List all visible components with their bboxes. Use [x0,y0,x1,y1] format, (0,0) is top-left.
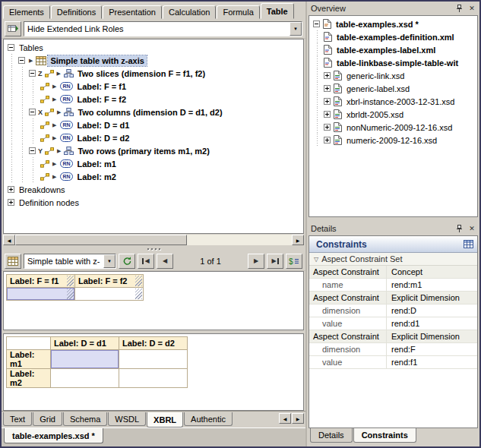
view-tab-schema[interactable]: Schema [63,412,107,426]
close-icon[interactable]: ✕ [467,224,477,234]
overview-label: table-examples.xsd * [334,19,421,30]
overview-item-linkbase[interactable]: table-linkbase-simple-table-wit [309,56,477,69]
close-icon[interactable]: ✕ [467,4,477,14]
col-header-d1[interactable]: Label: D = d1 [51,337,119,350]
view-tab-grid[interactable]: Grid [33,412,62,426]
document-tab-active[interactable]: table-examples.xsd * [4,428,103,443]
overview-item-numeric[interactable]: numeric-2009-12-16.xsd [309,134,477,147]
main-table-pane: Label: D = d1 Label: D = d2 Label: m1 La… [3,333,304,411]
refresh-button[interactable] [119,254,135,269]
tab-presentation[interactable]: Presentation [103,5,162,19]
tab-details[interactable]: Details [310,428,353,443]
overview-item-generic-label[interactable]: generic-label.xsd [309,82,477,95]
cell-m1-d1-selected[interactable] [51,350,119,369]
row-header-m2[interactable]: Label: m2 [7,369,51,388]
first-page-button[interactable]: ◀ [138,254,154,269]
axis-letter: Y [38,147,43,155]
overview-item-xbrldt[interactable]: xbrldt-2005.xsd [309,108,477,121]
chevron-down-icon[interactable]: ▼ [103,254,116,268]
cell-m2-d2[interactable] [119,369,188,388]
col-header-d2[interactable]: Label: D = d2 [119,337,188,350]
pin-icon[interactable] [454,4,464,14]
view-tab-authentic[interactable]: Authentic [184,412,233,426]
last-page-button[interactable]: ▶ [267,254,283,269]
expand-icon[interactable] [324,124,331,131]
tree-item-y-breakdown[interactable]: Y ▶ Two rows (primary items m1, m2) [4,144,303,157]
collapse-icon[interactable] [313,21,320,27]
cell-m2-d1[interactable] [51,369,119,388]
tab-definitions[interactable]: Definitions [51,5,102,19]
extended-link-roles-button[interactable] [5,21,21,36]
expand-icon[interactable] [324,85,331,92]
expand-icon[interactable] [324,111,331,118]
z-cell-f1-selected[interactable] [7,288,75,301]
tree-item-z-breakdown[interactable]: Z ▶ Two slices (dimension F = f1, f2) [4,67,303,80]
expand-icon[interactable] [324,98,331,105]
tree-horizontal-scrollbar[interactable]: ◀ ▶ [2,234,305,246]
expand-icon[interactable] [324,72,331,79]
show-constraints-button[interactable] [286,254,302,269]
overview-item-definition-xml[interactable]: table-examples-definition.xml [309,30,477,43]
expand-icon[interactable] [8,199,14,206]
expand-icon[interactable] [324,137,331,144]
constraint-value: Concept [387,266,477,278]
collapse-icon[interactable] [29,147,36,154]
expand-icon[interactable] [8,186,14,193]
table-view-button[interactable] [5,254,21,269]
row-header-m1[interactable]: Label: m1 [7,350,51,369]
pane-splitter[interactable] [2,246,305,251]
scrollbar-thumb[interactable] [15,235,187,245]
scroll-left-icon[interactable]: ◀ [3,235,15,245]
z-cell-f2[interactable] [75,288,144,301]
link-roles-dropdown[interactable]: Hide Extended Link Roles ▼ [24,21,302,36]
tab-scroll-left-icon[interactable]: ◀ [279,413,291,424]
z-header-f2[interactable]: Label: F = f2 [75,275,144,288]
tree-item-breakdowns[interactable]: Breakdowns [4,183,303,196]
tree-item-x-breakdown[interactable]: X ▶ Two columns (dimension D = d1, d2) [4,106,303,118]
z-header-f1[interactable]: Label: F = f1 [7,275,75,288]
scroll-right-icon[interactable]: ▶ [292,235,304,245]
collapse-icon[interactable] [8,44,14,51]
tab-constraints[interactable]: Constraints [353,428,416,443]
overview-item-xbrl-instance[interactable]: xbrl-instance-2003-12-31.xsd [309,95,477,108]
tab-elements[interactable]: Elements [3,5,50,19]
collapse-icon[interactable] [29,70,36,77]
arrow-icon: ▶ [52,161,56,167]
tree-item-x-label-d2[interactable]: ▶ RN Label: D = d2 [4,131,303,144]
view-tab-text[interactable]: Text [3,412,32,426]
tree-item-x-label-d1[interactable]: ▶ RN Label: D = d1 [4,118,303,131]
tree-item-z-label-f2[interactable]: ▶ RN Label: F = f2 [4,93,303,106]
constraint-row: Aspect Constraint Concept [309,266,477,279]
overview-item-generic-link[interactable]: generic-link.xsd [309,69,477,82]
hatch-pattern [135,276,142,286]
chevron-down-icon[interactable]: ▼ [290,22,302,36]
view-tab-xbrl[interactable]: XBRL [147,412,183,427]
table-select-dropdown[interactable]: Simple table with z- ▼ [24,254,116,269]
tab-scroll-right-icon[interactable]: ▶ [292,413,304,424]
scrollbar-track[interactable] [15,235,292,245]
tree-item-tables[interactable]: Tables [4,41,303,54]
previous-page-button[interactable]: ◀ [157,254,173,269]
tab-table[interactable]: Table [261,3,294,19]
aspect-constraint-set-group[interactable]: ▽ Aspect Constraint Set [309,253,477,266]
collapse-icon[interactable] [29,109,36,115]
overview-item-label-xml[interactable]: table-examples-label.xml [309,43,477,56]
tree-item-simple-table[interactable]: ▶ Simple table with z-axis [4,54,303,67]
overview-item-root[interactable]: table-examples.xsd * [309,17,477,30]
tab-formula[interactable]: Formula [217,5,259,19]
tree-item-z-label-f1[interactable]: ▶ RN Label: F = f1 [4,80,303,93]
tree-item-definition-nodes[interactable]: Definition nodes [4,196,303,209]
overview-item-nonnumeric[interactable]: nonNumeric-2009-12-16.xsd [309,121,477,134]
xsd-document-icon [334,84,342,93]
pin-icon[interactable] [454,224,464,234]
cell-m1-d2[interactable] [119,350,188,369]
view-tab-wsdl[interactable]: WSDL [108,412,146,426]
tree-item-y-label-m2[interactable]: ▶ RN Label: m2 [4,170,303,183]
axis-letter: X [38,109,43,116]
relationship-icon [40,134,49,142]
tree-item-y-label-m1[interactable]: ▶ RN Label: m1 [4,157,303,170]
next-page-button[interactable]: ▶ [248,254,264,269]
collapse-icon[interactable] [18,57,25,64]
tab-calculation[interactable]: Calculation [163,5,216,19]
grid-icon[interactable] [464,240,473,248]
